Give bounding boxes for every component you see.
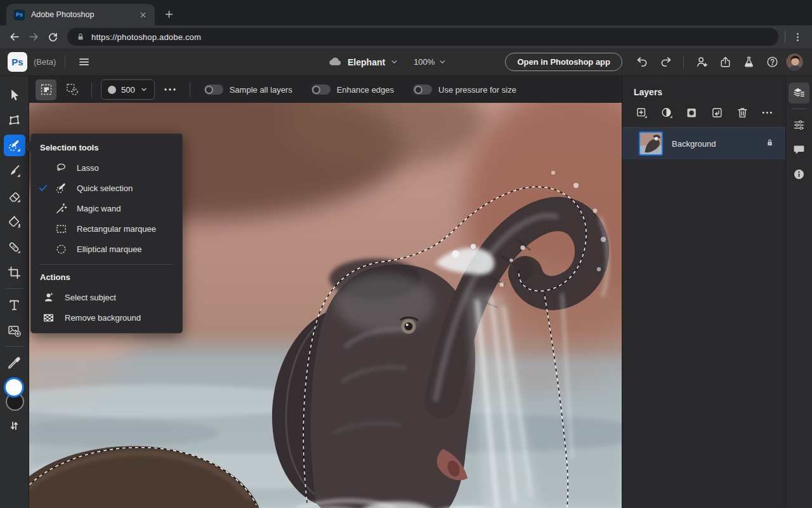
avatar[interactable] xyxy=(786,53,803,70)
header-divider xyxy=(65,55,65,69)
toggle-label: Enhance edges xyxy=(337,85,394,95)
crop-tool[interactable] xyxy=(4,262,25,283)
selection-tools-menu: Selection tools Lasso xyxy=(30,133,183,333)
info-rail-icon[interactable] xyxy=(789,164,809,185)
adjustment-icon[interactable] xyxy=(660,106,674,119)
type-tool[interactable] xyxy=(4,294,25,316)
add-layer-icon[interactable] xyxy=(635,106,648,119)
elliptical-marquee-icon xyxy=(53,243,69,256)
chevron-down-icon xyxy=(438,58,447,66)
browser-toolbar: https://photoshop.adobe.com xyxy=(0,25,812,48)
menu-item-label: Remove background xyxy=(65,313,141,323)
redo-icon[interactable] xyxy=(656,53,675,72)
menu-actions: Select subject Remove background xyxy=(31,287,182,328)
cloud-icon xyxy=(328,55,343,69)
quick-selection-tool[interactable] xyxy=(4,135,25,156)
address-bar[interactable]: https://photoshop.adobe.com xyxy=(67,28,778,46)
toggle-label: Use pressure for size xyxy=(438,85,516,95)
toggle-use-pressure[interactable]: Use pressure for size xyxy=(413,84,525,95)
header-divider xyxy=(683,55,684,69)
more-options-icon[interactable] xyxy=(160,79,181,100)
eyedropper-tool[interactable] xyxy=(4,352,25,373)
hamburger-icon[interactable] xyxy=(74,53,93,72)
menu-item-label: Select subject xyxy=(65,293,116,302)
remove-background-icon xyxy=(40,311,56,324)
menu-item-magic-wand[interactable]: Magic wand xyxy=(31,198,182,218)
foreground-color-swatch[interactable] xyxy=(4,377,24,398)
open-in-app-button[interactable]: Open in Photoshop app xyxy=(505,53,622,71)
healing-tool[interactable] xyxy=(4,236,25,258)
ps-header: Ps (Beta) Elephant 100% Open in Photosho… xyxy=(0,48,812,76)
back-icon[interactable] xyxy=(5,27,24,46)
zoom-menu[interactable]: 100% xyxy=(414,57,447,67)
select-subject-icon xyxy=(40,291,56,304)
place-image-tool[interactable] xyxy=(4,319,25,341)
new-selection-mode-button[interactable] xyxy=(36,79,56,100)
reload-icon[interactable] xyxy=(43,27,62,46)
move-tool[interactable] xyxy=(4,84,25,105)
convert-layer-icon[interactable] xyxy=(710,106,724,119)
comments-rail-icon[interactable] xyxy=(789,139,809,160)
layer-row-background[interactable]: Background xyxy=(622,128,785,159)
magic-wand-icon xyxy=(53,202,69,215)
undo-icon[interactable] xyxy=(632,53,652,72)
canvas[interactable]: Selection tools Lasso xyxy=(29,103,622,508)
menu-item-quick-selection[interactable]: Quick selection xyxy=(31,178,182,198)
help-icon[interactable] xyxy=(763,53,782,72)
browser-window: Ps Adobe Photoshop https://photoshop.ado… xyxy=(0,0,812,508)
fill-tool[interactable] xyxy=(4,211,25,232)
more-layers-icon[interactable] xyxy=(761,106,774,119)
invite-icon[interactable] xyxy=(692,53,711,72)
toggle-switch[interactable] xyxy=(413,84,432,95)
toggle-label: Sample all layers xyxy=(230,85,292,95)
tool-divider xyxy=(6,346,23,347)
menu-item-rectangular-marquee[interactable]: Rectangular marquee xyxy=(31,218,182,239)
share-icon[interactable] xyxy=(716,53,735,72)
toggle-sample-all-layers[interactable]: Sample all layers xyxy=(204,84,301,95)
doc-name: Elephant xyxy=(348,57,385,67)
new-tab-icon[interactable] xyxy=(160,5,178,23)
options-divider xyxy=(190,82,190,97)
toggle-switch[interactable] xyxy=(311,84,331,95)
tab-title: Adobe Photoshop xyxy=(31,10,137,19)
properties-rail-icon[interactable] xyxy=(789,114,809,135)
url-text: https://photoshop.adobe.com xyxy=(91,32,201,42)
layers-toolbar xyxy=(622,105,785,127)
toggle-switch[interactable] xyxy=(204,84,223,95)
ps-favicon: Ps xyxy=(14,10,25,20)
quick-selection-icon xyxy=(53,182,69,195)
menu-item-elliptical-marquee[interactable]: Elliptical marquee xyxy=(31,239,182,259)
eraser-tool[interactable] xyxy=(4,185,25,207)
layers-panel-title: Layers xyxy=(622,76,785,105)
brush-tool[interactable] xyxy=(4,160,25,182)
kebab-menu-icon[interactable] xyxy=(788,27,807,46)
document-menu[interactable]: Elephant xyxy=(328,55,398,69)
close-icon[interactable] xyxy=(137,9,148,20)
menu-item-select-subject[interactable]: Select subject xyxy=(31,287,182,307)
mask-icon[interactable] xyxy=(685,106,698,119)
toggle-enhance-edges[interactable]: Enhance edges xyxy=(311,84,403,95)
tool-rail xyxy=(0,76,29,508)
lock-icon xyxy=(76,32,85,41)
subtract-selection-mode-button[interactable] xyxy=(62,79,82,100)
layers-rail-icon[interactable] xyxy=(789,83,809,104)
check-icon xyxy=(39,184,53,192)
menu-item-label: Rectangular marquee xyxy=(77,224,156,234)
browser-tab[interactable]: Ps Adobe Photoshop xyxy=(6,4,155,25)
lock-icon[interactable] xyxy=(764,137,775,150)
menu-item-lasso[interactable]: Lasso xyxy=(31,157,182,178)
menu-item-remove-background[interactable]: Remove background xyxy=(31,307,182,328)
brush-size-dropdown[interactable]: 500 xyxy=(101,79,155,100)
swap-colors-icon[interactable] xyxy=(4,417,25,434)
transform-tool[interactable] xyxy=(4,109,25,131)
forward-icon[interactable] xyxy=(24,27,43,46)
layer-name: Background xyxy=(672,139,764,149)
rectangular-marquee-icon xyxy=(53,222,69,236)
beaker-icon[interactable] xyxy=(739,53,758,72)
options-bar: 500 Sample all layers Enhance edges xyxy=(29,76,622,103)
header-icons xyxy=(632,53,803,72)
color-swatches[interactable] xyxy=(1,378,29,413)
menu-title: Selection tools xyxy=(31,140,182,157)
trash-icon[interactable] xyxy=(736,106,749,119)
menu-item-label: Magic wand xyxy=(77,204,121,213)
